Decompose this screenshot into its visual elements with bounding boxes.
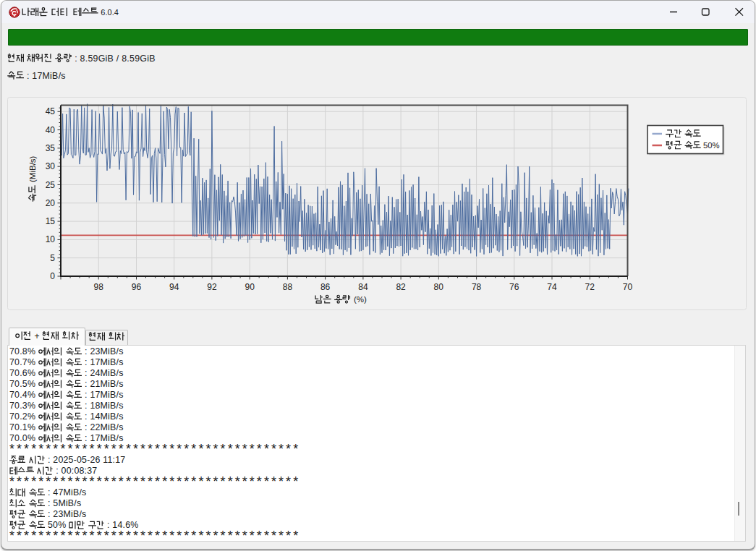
svg-text:20: 20 bbox=[46, 198, 56, 208]
svg-text:80: 80 bbox=[434, 282, 444, 292]
svg-text:(MiB/s): (MiB/s) bbox=[28, 155, 37, 182]
svg-text:10: 10 bbox=[46, 234, 56, 244]
svg-text:35: 35 bbox=[46, 143, 56, 153]
svg-text:74: 74 bbox=[547, 282, 557, 292]
svg-text:96: 96 bbox=[132, 282, 142, 292]
svg-text:72: 72 bbox=[585, 282, 595, 292]
svg-text:70: 70 bbox=[623, 282, 633, 292]
svg-text:25: 25 bbox=[46, 180, 56, 190]
svg-text:78: 78 bbox=[472, 282, 482, 292]
svg-text:82: 82 bbox=[396, 282, 406, 292]
svg-text:45: 45 bbox=[46, 106, 56, 116]
svg-text:84: 84 bbox=[358, 282, 368, 292]
svg-text:30: 30 bbox=[46, 161, 56, 171]
svg-text:(%): (%) bbox=[354, 295, 367, 304]
svg-text:86: 86 bbox=[320, 282, 331, 292]
svg-text:94: 94 bbox=[169, 282, 179, 292]
svg-text:15: 15 bbox=[46, 216, 56, 226]
svg-text:98: 98 bbox=[94, 282, 104, 292]
svg-text:40: 40 bbox=[46, 125, 56, 135]
svg-text:76: 76 bbox=[509, 282, 519, 292]
svg-text:90: 90 bbox=[245, 282, 255, 292]
svg-text:50%: 50% bbox=[703, 141, 720, 150]
svg-text:92: 92 bbox=[207, 282, 217, 292]
svg-text:5: 5 bbox=[50, 253, 55, 263]
svg-text:88: 88 bbox=[283, 282, 293, 292]
svg-text:0: 0 bbox=[50, 271, 55, 281]
